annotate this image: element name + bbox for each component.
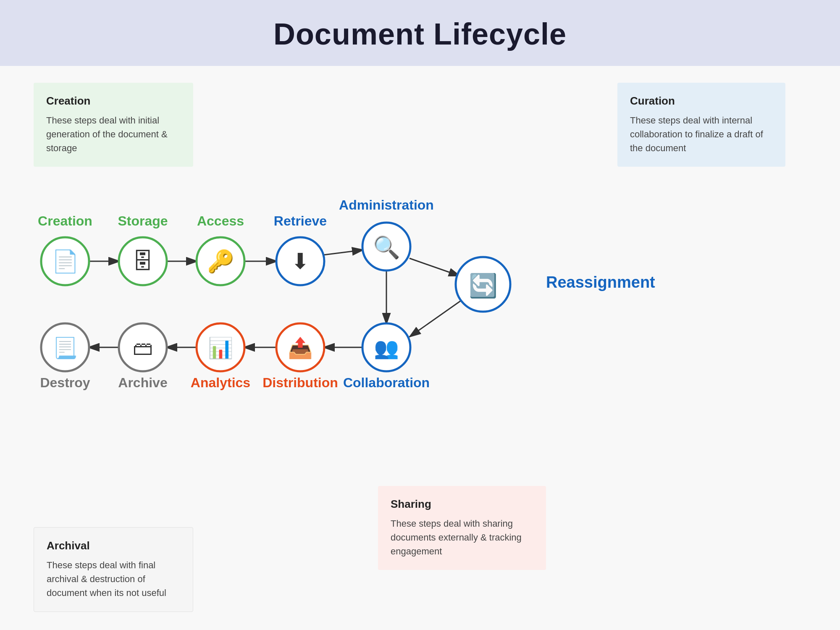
creation-box-title: Creation — [46, 94, 181, 108]
info-box-creation: Creation These steps deal with initial g… — [34, 83, 193, 167]
svg-text:📄: 📄 — [52, 248, 79, 274]
info-box-archival: Archival These steps deal with final arc… — [34, 527, 193, 612]
svg-text:Administration: Administration — [339, 197, 434, 213]
info-box-curation: Curation These steps deal with internal … — [617, 83, 785, 167]
svg-line-5 — [410, 258, 460, 276]
svg-text:Collaboration: Collaboration — [343, 375, 430, 390]
svg-text:⬇: ⬇ — [291, 249, 310, 273]
flow-diagram: 📄 Creation 🗄 Storage 🔑 Access ⬇ Retrieve… — [0, 188, 840, 473]
sharing-box-title: Sharing — [391, 498, 533, 511]
svg-line-4 — [323, 250, 363, 255]
svg-text:Reassignment: Reassignment — [546, 273, 655, 291]
curation-box-text: These steps deal with internal collabora… — [630, 113, 773, 155]
svg-text:Retrieve: Retrieve — [274, 213, 327, 228]
svg-text:🗃: 🗃 — [133, 337, 153, 359]
page-title: Document Lifecycle — [0, 17, 840, 51]
sharing-box-text: These steps deal with sharing documents … — [391, 517, 533, 558]
main-content: Creation These steps deal with initial g… — [0, 66, 840, 630]
svg-text:🔍: 🔍 — [373, 234, 400, 260]
svg-text:🔄: 🔄 — [469, 272, 498, 299]
archival-box-text: These steps deal with final archival & d… — [47, 558, 180, 600]
svg-text:Destroy: Destroy — [40, 375, 90, 390]
svg-text:📊: 📊 — [208, 336, 233, 360]
creation-box-text: These steps deal with initial generation… — [46, 113, 181, 155]
svg-text:Access: Access — [197, 213, 244, 228]
curation-box-title: Curation — [630, 94, 773, 108]
svg-text:👥: 👥 — [374, 336, 399, 360]
svg-text:Analytics: Analytics — [191, 375, 250, 390]
page-header: Document Lifecycle — [0, 0, 840, 66]
archival-box-title: Archival — [47, 539, 180, 552]
info-box-sharing: Sharing These steps deal with sharing do… — [378, 486, 546, 570]
svg-text:Archive: Archive — [118, 375, 167, 390]
svg-text:📤: 📤 — [288, 336, 313, 360]
svg-text:Distribution: Distribution — [262, 375, 338, 390]
svg-text:Storage: Storage — [118, 213, 168, 228]
svg-text:🗄: 🗄 — [132, 249, 154, 273]
svg-text:🔑: 🔑 — [207, 248, 234, 274]
svg-text:📃: 📃 — [52, 336, 78, 360]
svg-text:Creation: Creation — [38, 213, 92, 228]
svg-line-6 — [410, 297, 466, 337]
